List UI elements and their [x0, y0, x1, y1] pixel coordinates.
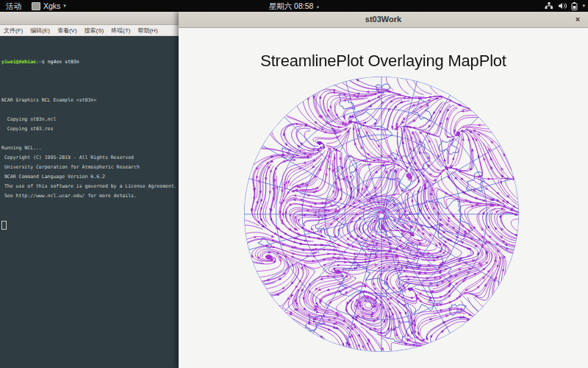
caret-down-icon: ▾	[582, 0, 585, 12]
terminal-output-line: Copying st03.res	[1, 124, 179, 134]
menu-file[interactable]: 文件(F)	[0, 26, 26, 35]
window-title: st03Work	[365, 15, 401, 24]
clock-button[interactable]: 星期六 08:58	[0, 0, 588, 12]
terminal-cursor-line	[1, 220, 179, 230]
close-button[interactable]: ×	[572, 12, 584, 27]
terminal-prompt-line: yiwei@debian:~$ ng4ex st03n	[1, 57, 179, 67]
menu-terminal[interactable]: 终端(T)	[107, 26, 134, 35]
terminal-output-line: NCAR Command Language Version 6.6.2	[1, 172, 179, 182]
prompt-dollar: $	[42, 59, 48, 65]
menu-search[interactable]: 搜索(S)	[81, 26, 108, 35]
terminal-output-line: University Corporation for Atmospheric R…	[1, 163, 179, 172]
terminal-output-lines: NCAR Graphics NCL Example <st03n> Copyin…	[1, 86, 179, 201]
terminal-output-line	[1, 134, 179, 144]
terminal-output-line: Running NCL...	[1, 144, 179, 153]
terminal-output-line: See http://www.ncl.ucar.edu/ for more de…	[1, 191, 179, 201]
menu-edit[interactable]: 编辑(E)	[26, 26, 54, 35]
terminal-menubar: 文件(F) 编辑(E) 查看(V) 搜索(S) 终端(T) 帮助(H)	[0, 25, 179, 36]
terminal-output-line: The use of this software is governed by …	[1, 182, 179, 191]
terminal-body[interactable]: yiwei@debian:~$ ng4ex st03n NCAR Graphic…	[0, 36, 179, 368]
battery-icon	[571, 2, 578, 10]
menu-help[interactable]: 帮助(H)	[134, 26, 161, 35]
volume-icon	[558, 2, 567, 10]
map-canvas	[179, 28, 588, 368]
prompt-command: ng4ex st03n	[48, 59, 79, 65]
system-status-area[interactable]: ▾	[545, 0, 585, 12]
notification-dot	[317, 6, 319, 8]
chart-title: StreamlinePlot Overlaying MapPlot	[179, 52, 588, 71]
terminal-window: 文件(F) 编辑(E) 查看(V) 搜索(S) 终端(T) 帮助(H) yiwe…	[0, 12, 179, 368]
prompt-user: yiwei@debian	[1, 59, 36, 65]
gnome-top-bar: 活动 Xgks ▾ 星期六 08:58 ▾	[0, 0, 588, 12]
terminal-output-line	[1, 105, 179, 115]
st03work-window: st03Work × StreamlinePlot Overlaying Map…	[179, 12, 588, 368]
clock-label: 星期六 08:58	[269, 1, 314, 10]
st03work-titlebar: st03Work ×	[179, 12, 588, 28]
terminal-titlebar	[0, 12, 179, 25]
network-icon	[545, 2, 553, 10]
terminal-output-line: Copyright (C) 1995-2019 - All Rights Res…	[1, 153, 179, 163]
terminal-output-line: Copying st03n.ncl	[1, 115, 179, 124]
plot-content: StreamlinePlot Overlaying MapPlot	[179, 28, 588, 368]
menu-view[interactable]: 查看(V)	[54, 26, 81, 35]
terminal-cursor	[1, 221, 7, 230]
terminal-output-line	[1, 86, 179, 96]
terminal-output-line: NCAR Graphics NCL Example <st03n>	[1, 96, 179, 105]
